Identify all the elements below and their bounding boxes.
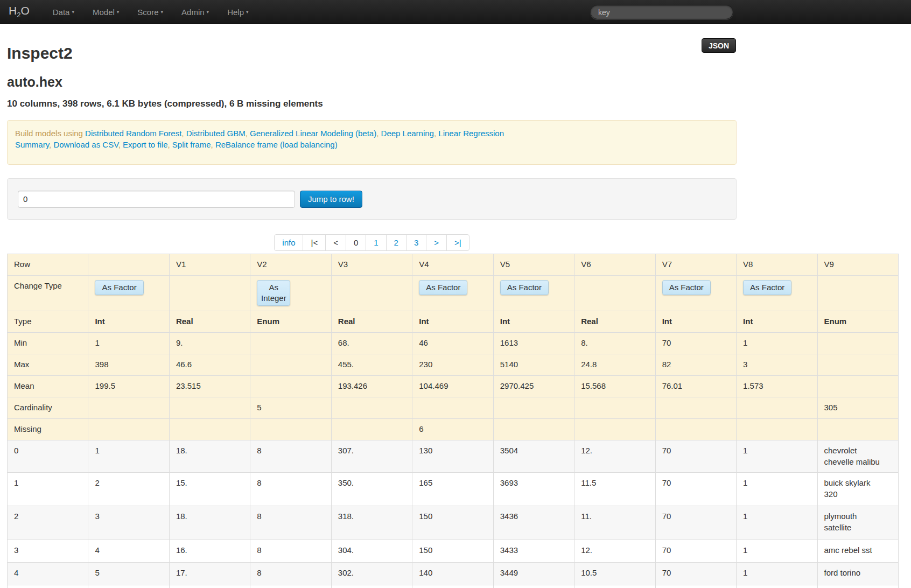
json-button[interactable]: JSON: [702, 38, 736, 53]
pager-page-0[interactable]: 0: [346, 235, 366, 250]
row-input[interactable]: [18, 191, 295, 208]
pager-page-3[interactable]: 3: [406, 235, 426, 250]
alert-link-distributed-gbm[interactable]: Distributed GBM: [186, 129, 246, 138]
alert-link-export-to-file[interactable]: Export to file: [123, 140, 167, 149]
data-cell: 1: [737, 540, 817, 563]
pager-page-2[interactable]: 2: [386, 235, 406, 250]
change-type-cell: As Integer: [250, 276, 331, 311]
stat-cell: [817, 419, 898, 440]
data-cell: 1: [737, 506, 817, 540]
data-cell: 4: [88, 540, 169, 563]
data-cell: [493, 585, 574, 588]
change-type-cell: [817, 276, 898, 311]
nav-item-score[interactable]: Score▾: [128, 8, 172, 17]
data-cell: 12.: [574, 440, 655, 473]
alert-link-deep-learning[interactable]: Deep Learning: [381, 129, 434, 138]
search-input[interactable]: [590, 5, 733, 19]
alert-link-split-frame[interactable]: Split frame: [172, 140, 211, 149]
pager-next[interactable]: >: [426, 235, 446, 250]
row-label: Max: [8, 354, 88, 376]
stat-cell: [169, 419, 250, 440]
car-name-text: plymouth satellite: [824, 510, 885, 533]
data-cell: 18.: [169, 440, 250, 473]
stat-cell: Int: [493, 311, 574, 333]
alert-link-summary[interactable]: Summary: [15, 140, 49, 149]
frame-name: auto.hex: [7, 74, 911, 90]
pager-info[interactable]: info: [275, 235, 303, 250]
caret-down-icon: ▾: [246, 9, 249, 15]
logo-text: H: [9, 4, 17, 17]
pager-last[interactable]: >|: [446, 235, 469, 250]
nav-item-admin[interactable]: Admin▾: [172, 8, 218, 17]
as-factor-button[interactable]: As Factor: [743, 280, 791, 295]
data-cell: 70: [655, 440, 736, 473]
app-logo[interactable]: H2O: [9, 4, 30, 19]
column-header-V5: V5: [493, 254, 574, 276]
data-cell: 304.: [331, 540, 412, 563]
navbar: H2O Data▾Model▾Score▾Admin▾Help▾: [0, 0, 911, 24]
stat-cell: [737, 419, 817, 440]
alert-link-download-as-csv[interactable]: Download as CSV: [53, 140, 118, 149]
row-index-cell: 0: [8, 440, 88, 473]
stat-cell: 1: [88, 333, 169, 354]
stat-cell: Int: [88, 311, 169, 333]
alert-prefix: Build models using: [15, 129, 85, 138]
stat-cell: 104.469: [412, 376, 493, 397]
jump-to-row-button[interactable]: Jump to row!: [300, 191, 362, 208]
caret-down-icon: ▾: [207, 9, 209, 15]
pager-first: |<: [303, 235, 325, 250]
alert-link-distributed-random-forest[interactable]: Distributed Random Forest: [85, 129, 181, 138]
nav-item-model[interactable]: Model▾: [83, 8, 128, 17]
pager-prev: <: [325, 235, 346, 250]
stat-row-min: Min19.68.4616138.701: [8, 333, 899, 354]
data-cell: 307.: [331, 440, 412, 473]
stat-cell: Enum: [250, 311, 331, 333]
data-cell: 12.: [574, 540, 655, 563]
stat-cell: 6: [412, 419, 493, 440]
data-cell: [169, 585, 250, 588]
as-factor-button[interactable]: As Factor: [419, 280, 467, 295]
data-row-1: 1215.8350.165369311.5701buick skylark 32…: [8, 473, 899, 506]
stat-cell: 5: [250, 397, 331, 419]
data-cell: amc rebel sst: [817, 540, 898, 563]
change-type-cell: As Factor: [655, 276, 736, 311]
row-index-cell: 3: [8, 540, 88, 563]
stat-cell: [412, 397, 493, 419]
caret-down-icon: ▾: [72, 9, 74, 15]
row-label: Change Type: [8, 276, 88, 311]
data-cell: 10.5: [574, 563, 655, 585]
data-cell: 70: [655, 473, 736, 506]
pagination: info|<<0123>>|: [274, 234, 469, 251]
nav-item-label: Admin: [181, 8, 205, 17]
as-integer-button[interactable]: As Integer: [257, 280, 290, 306]
column-header-V3: V3: [331, 254, 412, 276]
row-index-cell: 1: [8, 473, 88, 506]
nav-item-label: Help: [227, 8, 244, 17]
change-type-row: Change TypeAs FactorAs IntegerAs FactorA…: [8, 276, 899, 311]
stat-cell: Int: [737, 311, 817, 333]
alert-links: Distributed Random Forest, Distributed G…: [15, 129, 504, 149]
nav-menu: Data▾Model▾Score▾Admin▾Help▾: [44, 8, 258, 17]
car-name-text: chevrolet chevelle malibu: [824, 445, 885, 467]
corner-header: Row: [8, 254, 88, 276]
pagination-wrapper: info|<<0123>>|: [7, 234, 737, 251]
column-header-V6: V6: [574, 254, 655, 276]
data-cell: 11.: [574, 506, 655, 540]
stat-cell: 1.573: [737, 376, 817, 397]
as-factor-button[interactable]: As Factor: [95, 280, 143, 295]
alert-link-linear-regression[interactable]: Linear Regression: [438, 129, 504, 138]
pager-page-1[interactable]: 1: [366, 235, 386, 250]
nav-item-help[interactable]: Help▾: [218, 8, 257, 17]
data-cell: 318.: [331, 506, 412, 540]
as-factor-button[interactable]: As Factor: [500, 280, 549, 295]
alert-link-rebalance-frame-load-balancing-[interactable]: ReBalance frame (load balancing): [215, 140, 338, 149]
stat-cell: Real: [169, 311, 250, 333]
stat-cell: [493, 397, 574, 419]
as-factor-button[interactable]: As Factor: [662, 280, 711, 295]
data-cell: 3449: [493, 563, 574, 585]
data-cell: 8: [250, 473, 331, 506]
nav-item-data[interactable]: Data▾: [44, 8, 83, 17]
alert-link-generalized-linear-modeling-beta-[interactable]: Generalized Linear Modeling (beta): [250, 129, 376, 138]
stat-cell: [250, 354, 331, 376]
stat-cell: [331, 419, 412, 440]
